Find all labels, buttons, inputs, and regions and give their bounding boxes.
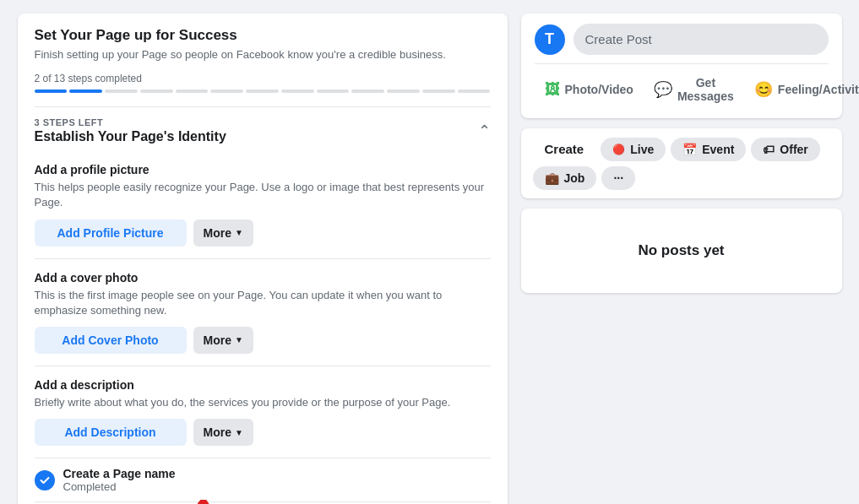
task-profile-picture-actions: Add Profile Picture More ▼ xyxy=(35,219,491,247)
progress-seg-3 xyxy=(105,89,138,93)
progress-seg-12 xyxy=(422,89,455,93)
description-more-button[interactable]: More ▼ xyxy=(193,419,253,446)
get-messages-button[interactable]: 💬 Get Messages xyxy=(644,71,744,108)
task-description-title: Add a description xyxy=(35,378,491,392)
task-profile-picture-title: Add a profile picture xyxy=(35,163,491,176)
check-icon-page-name xyxy=(35,470,55,490)
create-post-card: T Create Post 🖼 Photo/Video 💬 Get Messag… xyxy=(521,14,842,118)
task-profile-picture-desc: This helps people easily recognize your … xyxy=(35,180,491,210)
no-posts-text: No posts yet xyxy=(535,242,829,259)
task-cover-photo-title: Add a cover photo xyxy=(35,271,491,285)
progress-label: 2 of 13 steps completed xyxy=(35,73,491,84)
post-actions: 🖼 Photo/Video 💬 Get Messages 😊 Feeling/A… xyxy=(535,71,829,108)
profile-picture-more-arrow-icon: ▼ xyxy=(235,228,243,237)
add-description-button[interactable]: Add Description xyxy=(35,419,187,446)
progress-seg-13 xyxy=(458,89,491,93)
photo-video-button[interactable]: 🖼 Photo/Video xyxy=(535,71,644,108)
progress-bar xyxy=(35,89,491,93)
task-description: Add a description Briefly write about wh… xyxy=(35,366,491,458)
action-bar-card: Create 🔴 Live 📅 Event 🏷 Offer 💼 Job ··· xyxy=(521,128,842,198)
progress-seg-9 xyxy=(317,89,350,93)
feeling-activity-icon: 😊 xyxy=(754,80,773,99)
create-pill[interactable]: Create xyxy=(533,137,596,161)
identity-section-title: Establish Your Page's Identity xyxy=(35,129,478,144)
progress-seg-6 xyxy=(210,89,243,93)
progress-seg-4 xyxy=(140,89,173,93)
task-cover-photo: Add a cover photo This is the first imag… xyxy=(35,259,491,366)
cover-photo-more-button[interactable]: More ▼ xyxy=(193,327,253,354)
setup-title: Set Your Page up for Success xyxy=(35,27,491,44)
add-cover-photo-button[interactable]: Add Cover Photo xyxy=(35,327,187,354)
progress-seg-7 xyxy=(246,89,279,93)
create-post-button[interactable]: Create Post xyxy=(574,24,829,55)
feeling-activity-button[interactable]: 😊 Feeling/Activity xyxy=(744,71,859,108)
completed-page-name-status: Completed xyxy=(63,480,176,493)
cover-photo-more-arrow-icon: ▼ xyxy=(235,335,243,344)
completed-page-name: Create a Page name Completed xyxy=(35,458,491,502)
get-messages-icon: 💬 xyxy=(654,80,672,99)
page-setup-header: Set Your Page up for Success Finish sett… xyxy=(35,27,491,62)
progress-seg-2 xyxy=(69,89,102,93)
progress-seg-1 xyxy=(35,89,68,93)
description-more-arrow-icon: ▼ xyxy=(235,428,243,437)
profile-picture-more-button[interactable]: More ▼ xyxy=(193,219,253,247)
job-pill[interactable]: 💼 Job xyxy=(533,166,597,190)
right-panel: T Create Post 🖼 Photo/Video 💬 Get Messag… xyxy=(521,14,842,293)
progress-seg-11 xyxy=(387,89,420,93)
task-description-desc: Briefly write about what you do, the ser… xyxy=(35,395,491,410)
photo-video-icon: 🖼 xyxy=(545,81,560,99)
event-icon: 📅 xyxy=(682,143,697,156)
completed-page-name-title: Create a Page name xyxy=(63,467,176,480)
progress-seg-5 xyxy=(176,89,209,93)
live-icon: 🔴 xyxy=(612,144,625,155)
divider xyxy=(535,63,829,64)
progress-seg-8 xyxy=(281,89,314,93)
task-profile-picture: Add a profile picture This helps people … xyxy=(35,151,491,258)
identity-collapse-icon[interactable]: ⌃ xyxy=(478,122,491,140)
offer-icon: 🏷 xyxy=(763,143,775,156)
progress-seg-10 xyxy=(351,89,384,93)
red-arrow-indicator xyxy=(149,500,250,504)
event-pill[interactable]: 📅 Event xyxy=(671,138,746,161)
action-bar: Create 🔴 Live 📅 Event 🏷 Offer 💼 Job ··· xyxy=(533,137,830,190)
identity-section-header: 3 STEPS LEFT Establish Your Page's Ident… xyxy=(35,106,491,151)
identity-steps-left: 3 STEPS LEFT xyxy=(35,117,478,127)
offer-pill[interactable]: 🏷 Offer xyxy=(751,138,819,161)
create-post-top: T Create Post xyxy=(535,24,829,55)
task-cover-photo-actions: Add Cover Photo More ▼ xyxy=(35,327,491,354)
more-pill[interactable]: ··· xyxy=(601,166,635,190)
setup-description: Finish setting up your Page so people on… xyxy=(35,47,491,62)
live-pill[interactable]: 🔴 Live xyxy=(601,138,666,161)
no-posts-card: No posts yet xyxy=(521,209,842,293)
avatar: T xyxy=(535,24,565,55)
task-cover-photo-desc: This is the first image people see on yo… xyxy=(35,288,491,318)
add-profile-picture-button[interactable]: Add Profile Picture xyxy=(35,219,187,247)
task-description-actions: Add Description More ▼ xyxy=(35,419,491,446)
job-icon: 💼 xyxy=(545,171,559,185)
